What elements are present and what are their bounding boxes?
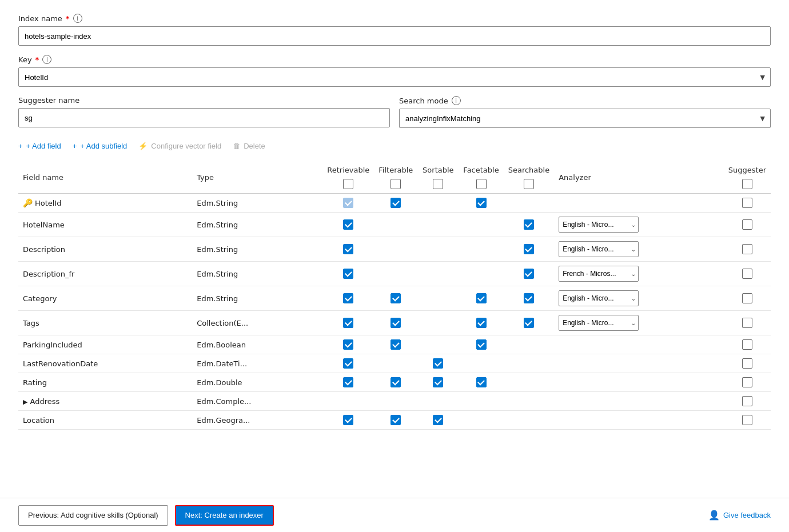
retrievable-checkbox-row5[interactable]	[343, 318, 353, 328]
cell-facetable	[459, 373, 503, 392]
searchable-checkbox-row3[interactable]	[524, 269, 534, 279]
cell-fieldname: Category	[18, 286, 192, 311]
retrievable-checkbox-row6[interactable]	[343, 339, 353, 350]
cell-retrievable	[322, 373, 374, 392]
suggester-checkbox-row8[interactable]	[742, 377, 752, 387]
suggester-checkbox-row7[interactable]	[742, 358, 752, 369]
key-label: Key	[18, 55, 32, 64]
retrievable-checkbox-row3[interactable]	[343, 269, 353, 279]
add-field-icon: +	[18, 142, 23, 150]
facetable-checkbox-row0[interactable]	[476, 198, 487, 208]
suggester-name-input[interactable]	[18, 108, 390, 127]
field-name-text: Tags	[23, 319, 39, 327]
header-filterable-checkbox[interactable]	[390, 179, 401, 189]
suggester-checkbox-row1[interactable]	[742, 219, 752, 230]
cell-fieldname: 🔑HotelId	[18, 194, 192, 213]
expand-arrow-icon[interactable]: ▶	[23, 398, 27, 406]
table-row: 🔑HotelIdEdm.String	[18, 194, 771, 213]
cell-suggester	[724, 373, 771, 392]
facetable-checkbox-row8[interactable]	[476, 377, 487, 387]
cell-analyzer: English - Micro...⌄	[554, 213, 724, 237]
suggester-checkbox-row6[interactable]	[742, 339, 752, 350]
search-mode-info-icon[interactable]: i	[452, 96, 461, 105]
suggester-checkbox-row2[interactable]	[742, 244, 752, 254]
facetable-checkbox-row4[interactable]	[476, 293, 487, 303]
sortable-checkbox-row7[interactable]	[433, 358, 443, 369]
field-name-text: Rating	[23, 378, 47, 387]
cell-facetable	[459, 354, 503, 373]
header-searchable-checkbox[interactable]	[524, 179, 534, 189]
retrievable-checkbox-row8[interactable]	[343, 377, 353, 387]
delete-button[interactable]: 🗑 Delete	[233, 139, 265, 153]
filterable-checkbox-row4[interactable]	[390, 293, 401, 303]
suggester-checkbox-row9[interactable]	[742, 396, 752, 406]
cell-searchable	[504, 411, 555, 430]
retrievable-checkbox-row0[interactable]	[343, 198, 353, 208]
retrievable-checkbox-row4[interactable]	[343, 293, 353, 303]
sortable-checkbox-row8[interactable]	[433, 377, 443, 387]
suggester-name-group: Suggester name	[18, 96, 390, 128]
facetable-checkbox-row6[interactable]	[476, 339, 487, 350]
cell-searchable	[504, 194, 555, 213]
cell-facetable	[459, 411, 503, 430]
retrievable-checkbox-row7[interactable]	[343, 358, 353, 369]
key-select[interactable]: HotelId	[18, 67, 771, 87]
retrievable-checkbox-row2[interactable]	[343, 244, 353, 254]
suggester-checkbox-row4[interactable]	[742, 293, 752, 303]
searchable-checkbox-row4[interactable]	[524, 293, 534, 303]
give-feedback-button[interactable]: 👤 Give feedback	[708, 510, 771, 521]
add-field-button[interactable]: + + Add field	[18, 139, 61, 153]
cell-type: Edm.Comple...	[192, 392, 322, 411]
index-name-input[interactable]	[18, 26, 771, 46]
analyzer-select[interactable]: French - Micros...	[559, 266, 639, 282]
cell-analyzer	[554, 354, 724, 373]
searchable-checkbox-row5[interactable]	[524, 318, 534, 328]
add-subfield-button[interactable]: + + Add subfield	[73, 139, 127, 153]
searchable-checkbox-row1[interactable]	[524, 219, 534, 230]
header-sortable-checkbox[interactable]	[433, 179, 443, 189]
analyzer-select[interactable]: English - Micro...	[559, 290, 639, 306]
cell-suggester	[724, 392, 771, 411]
suggester-checkbox-row3[interactable]	[742, 269, 752, 279]
suggester-name-label: Suggester name	[18, 96, 79, 105]
analyzer-select[interactable]: English - Micro...	[559, 315, 639, 331]
header-retrievable-checkbox[interactable]	[343, 179, 353, 189]
cell-sortable	[417, 392, 459, 411]
retrievable-checkbox-row10[interactable]	[343, 415, 353, 425]
filterable-checkbox-row8[interactable]	[390, 377, 401, 387]
cell-type: Edm.String	[192, 237, 322, 262]
th-fieldname: Field name	[18, 162, 192, 194]
filterable-checkbox-row6[interactable]	[390, 339, 401, 350]
suggester-checkbox-row10[interactable]	[742, 415, 752, 425]
cell-filterable	[374, 213, 417, 237]
prev-button[interactable]: Previous: Add cognitive skills (Optional…	[18, 505, 168, 526]
field-name-text: HotelName	[23, 221, 65, 229]
analyzer-select[interactable]: English - Micro...	[559, 217, 639, 233]
cell-type: Collection(E...	[192, 311, 322, 335]
configure-vector-button[interactable]: ⚡ Configure vector field	[138, 139, 221, 153]
facetable-checkbox-row5[interactable]	[476, 318, 487, 328]
cell-fieldname: Location	[18, 411, 192, 430]
next-button[interactable]: Next: Create an indexer	[175, 505, 274, 526]
filterable-checkbox-row10[interactable]	[390, 415, 401, 425]
field-name-text: Description	[23, 245, 65, 254]
search-mode-select[interactable]: analyzingInfixMatching	[399, 109, 771, 128]
th-sortable: Sortable	[417, 162, 459, 194]
filterable-checkbox-row5[interactable]	[390, 318, 401, 328]
index-name-group: Index name * i	[18, 14, 771, 46]
analyzer-select[interactable]: English - Micro...	[559, 241, 639, 257]
header-suggester-checkbox[interactable]	[742, 179, 752, 189]
key-icon: 🔑	[23, 198, 33, 207]
field-name-text: ParkingIncluded	[23, 341, 82, 349]
cell-filterable	[374, 373, 417, 392]
key-info-icon[interactable]: i	[42, 55, 51, 64]
retrievable-checkbox-row1[interactable]	[343, 219, 353, 230]
suggester-checkbox-row5[interactable]	[742, 318, 752, 328]
filterable-checkbox-row0[interactable]	[390, 198, 401, 208]
feedback-icon: 👤	[708, 510, 720, 521]
sortable-checkbox-row10[interactable]	[433, 415, 443, 425]
searchable-checkbox-row2[interactable]	[524, 244, 534, 254]
index-name-info-icon[interactable]: i	[73, 14, 82, 23]
header-facetable-checkbox[interactable]	[476, 179, 487, 189]
suggester-checkbox-row0[interactable]	[742, 198, 752, 208]
